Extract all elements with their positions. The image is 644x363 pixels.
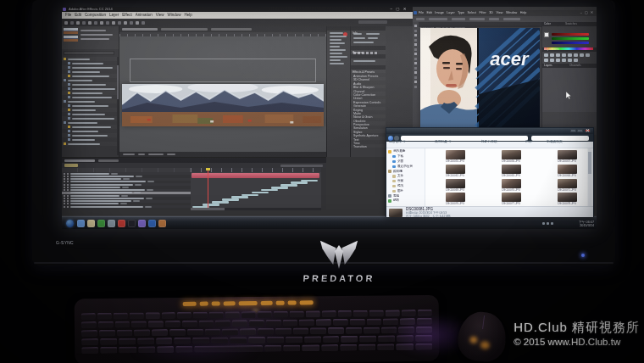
ae-tool-icon[interactable]	[136, 21, 139, 25]
ps-menu-item[interactable]: 3D	[489, 11, 493, 14]
composition-canvas[interactable]	[119, 36, 326, 152]
toolbar-button[interactable]: 列印	[525, 139, 532, 143]
blue-slider[interactable]	[552, 42, 589, 44]
taskbar-icon-green-app[interactable]	[97, 220, 105, 227]
file-thumbnail-cell[interactable]: DSC00076.JPG	[428, 193, 482, 206]
timeline-horizontal-scrollbar[interactable]	[191, 208, 321, 210]
footage-tab[interactable]	[211, 28, 252, 31]
ae-workspace-selector[interactable]	[358, 20, 387, 24]
ps-tool-icon[interactable]	[414, 48, 417, 51]
close-button[interactable]: ✕	[585, 129, 591, 132]
ps-tool-icon[interactable]	[414, 81, 417, 83]
taskbar-icon-photoshop[interactable]	[148, 220, 156, 227]
ps-menu-item[interactable]: View	[496, 11, 502, 14]
playhead-marker[interactable]	[206, 168, 210, 170]
timeline-toolbar-icons[interactable]	[280, 165, 323, 167]
ps-tool-icon[interactable]	[414, 39, 417, 42]
timeline-layer-list[interactable]	[62, 172, 191, 208]
ps-tool-icon[interactable]	[414, 43, 417, 46]
taskbar-icon-explorer[interactable]	[87, 220, 95, 227]
ps-menu-item[interactable]: Filter	[479, 11, 486, 14]
file-thumbnail-cell[interactable]: DSC00055.JPG	[428, 150, 482, 164]
ae-menu-item[interactable]: Layer	[109, 13, 119, 17]
adjustment-icon[interactable]	[550, 59, 554, 62]
red-slider[interactable]	[552, 33, 589, 36]
ps-menu-item[interactable]: Type	[458, 11, 464, 14]
file-thumbnail-cell[interactable]: DSC00078.JPG	[540, 193, 587, 206]
tray-icon[interactable]	[551, 222, 553, 225]
maximize-button[interactable]	[577, 129, 583, 132]
ae-tool-icon[interactable]	[106, 21, 109, 25]
adjustment-icon[interactable]	[550, 53, 554, 57]
adjustment-icon[interactable]	[574, 59, 578, 62]
tray-clock[interactable]: 下午 06:07 2015/3/24	[558, 221, 594, 227]
taskbar-icon-dark-app[interactable]	[128, 220, 136, 227]
taskbar-icon-after-effects[interactable]	[138, 220, 146, 227]
adjustment-icon[interactable]	[586, 53, 590, 57]
composition-work-area-bar[interactable]	[192, 173, 319, 178]
tray-icon[interactable]	[542, 222, 545, 225]
ps-menu-item[interactable]: Image	[435, 11, 444, 14]
ae-menu-item[interactable]: File	[65, 13, 71, 17]
ae-menu-item[interactable]: Effect	[122, 13, 131, 17]
taskbar-icon-browser[interactable]	[77, 220, 85, 227]
panel-title-bar[interactable]	[327, 26, 350, 31]
toolbar-button[interactable]: 投影片放映	[481, 139, 497, 143]
ps-window-buttons[interactable]: ‒ ▢ ✕	[580, 10, 594, 14]
adjustment-icon[interactable]	[580, 53, 584, 57]
ae-tool-icon[interactable]	[124, 21, 127, 25]
layer-duration-bar[interactable]	[252, 192, 269, 194]
ae-menu-item[interactable]: Composition	[85, 13, 106, 17]
ps-tool-icon[interactable]	[414, 86, 417, 88]
ps-tool-icon[interactable]	[414, 53, 417, 55]
taskbar-icon-window-app[interactable]	[108, 220, 115, 227]
ps-tool-icon[interactable]	[414, 67, 417, 70]
project-search-input[interactable]	[64, 51, 114, 55]
ae-menu-item[interactable]: Help	[184, 13, 192, 17]
ps-canvas[interactable]: acer	[420, 28, 540, 129]
ps-tool-icon[interactable]	[414, 34, 417, 36]
current-timecode[interactable]	[64, 164, 78, 167]
ae-tool-icon[interactable]	[64, 21, 68, 25]
project-scrollbar[interactable]	[117, 57, 119, 155]
adjustment-icon[interactable]	[568, 59, 572, 62]
taskbar-icon-start[interactable]	[66, 220, 74, 227]
ae-tool-icon[interactable]	[70, 21, 74, 25]
file-thumbnail-cell[interactable]: DSC00071.JPG	[540, 179, 587, 193]
taskbar-icon-bridge[interactable]	[158, 220, 166, 227]
ps-document-tab[interactable]: DSC00081.JPG @ 16.7% (RGB/8)	[419, 22, 541, 27]
ps-menu-item[interactable]: Window	[506, 11, 517, 14]
ps-tool-icon[interactable]	[414, 58, 417, 60]
adjustment-icon[interactable]	[544, 53, 548, 57]
adjustment-icon[interactable]	[544, 59, 548, 62]
ps-menu-item[interactable]: Help	[520, 11, 527, 14]
ps-menu-item[interactable]: Select	[468, 11, 477, 14]
timeline-ruler[interactable]	[191, 168, 321, 172]
adjustment-icon[interactable]	[568, 53, 572, 57]
ae-tool-icon[interactable]	[130, 21, 133, 25]
explorer-scrollbar[interactable]	[588, 148, 591, 206]
ae-menu-item[interactable]: Window	[167, 13, 180, 17]
file-thumbnail-cell[interactable]: DSC00062.JPG	[428, 165, 482, 178]
file-thumbnail-cell[interactable]: DSC00056.JPG	[484, 150, 538, 164]
adjustment-icon[interactable]	[574, 53, 578, 57]
adjustment-icon[interactable]	[562, 59, 566, 62]
tray-icon[interactable]	[547, 222, 549, 225]
toolbar-button[interactable]: 新增資料夾	[547, 139, 563, 143]
ae-menu-item[interactable]: Animation	[136, 13, 153, 17]
taskbar-icon-red-app[interactable]	[118, 220, 125, 227]
nav-item[interactable]: 網路	[386, 198, 425, 204]
project-item-row[interactable]	[62, 142, 118, 146]
minimize-button[interactable]	[570, 129, 576, 132]
adjustment-icon[interactable]	[556, 53, 560, 57]
toolbar-button[interactable]: 組合管理 ▼	[389, 139, 406, 143]
ps-options-bar[interactable]	[413, 16, 597, 22]
ae-tool-icon[interactable]	[94, 21, 97, 25]
ps-tool-icon[interactable]	[414, 76, 417, 79]
ps-tool-icon[interactable]	[414, 71, 417, 74]
composition-tab[interactable]	[122, 28, 158, 31]
address-bar[interactable]: 媒體櫃 ▸ 圖片 ▸ 2015 ▸ Acer XR341CK 開箱	[401, 136, 528, 141]
timeline-layer-row[interactable]	[62, 205, 191, 208]
ae-tool-icon[interactable]	[142, 21, 145, 25]
ae-tool-icon[interactable]	[76, 21, 80, 25]
